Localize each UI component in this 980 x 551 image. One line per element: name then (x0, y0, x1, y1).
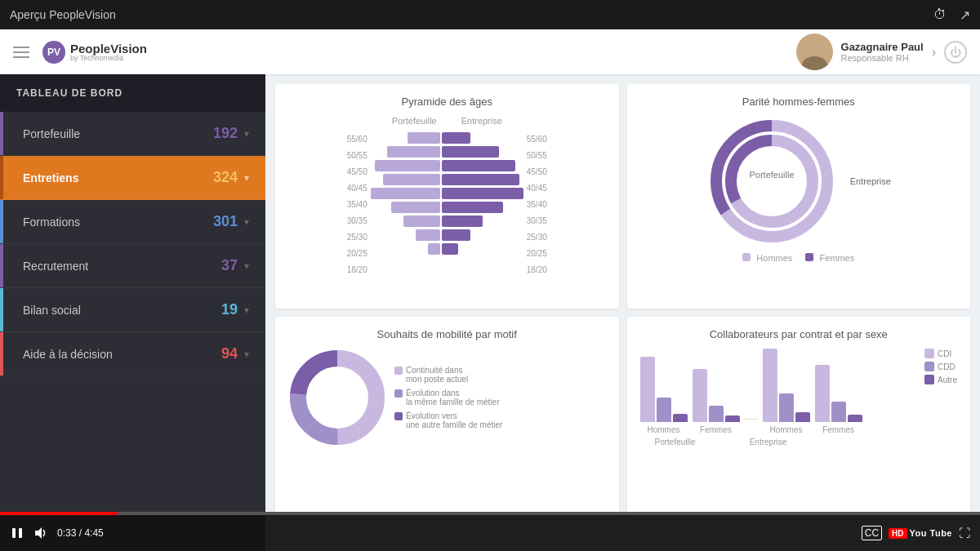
parite-chart: Portefeuille Entreprise Hommes Femmes (640, 116, 958, 263)
sidebar-item-recrutement[interactable]: Recrutement 37 ▾ (0, 244, 265, 288)
cdd-dot (924, 362, 934, 371)
autre-dot (924, 375, 934, 384)
sidebar-item-label-portefeuille: Portefeuille (23, 127, 80, 140)
main-content: TABLEAU DE BORD Portefeuille 192 ▾ Entre… (0, 74, 980, 551)
collab-section-pf: Portefeuille (640, 438, 710, 447)
sidebar-count-aide-decision: 94 (221, 345, 238, 362)
logo-subtext: by Technomedia (70, 55, 147, 62)
sidebar-item-aide-decision[interactable]: Aide à la décision 94 ▾ (0, 332, 265, 376)
sidebar-item-right-formations: 301 ▾ (213, 213, 249, 230)
sidebar-item-right-recrutement: 37 ▾ (221, 257, 249, 274)
sidebar-item-label-recrutement: Recrutement (23, 260, 88, 273)
svg-rect-11 (12, 528, 16, 538)
sidebar-item-bilan-social[interactable]: Bilan social 19 ▾ (0, 288, 265, 332)
collab-section-ent: Entreprise (733, 438, 804, 447)
parite-legend: Hommes Femmes (742, 253, 854, 263)
svg-marker-13 (35, 527, 42, 539)
pyramid-legend-entreprise: Entreprise (461, 116, 502, 126)
collab-group-hommes-ent: Hommes (763, 349, 810, 434)
collab-bars-hommes-pf (640, 357, 688, 422)
fullscreen-icon[interactable]: ⛶ (959, 527, 970, 540)
collab-divider (745, 419, 758, 420)
sidebar-item-entretiens[interactable]: Entretiens 324 ▾ (0, 156, 265, 200)
user-name: Gazagnaire Paul (841, 41, 924, 53)
youtube-text: You Tube (910, 528, 952, 538)
cbar-cdi-femmes-ent (815, 365, 830, 422)
video-container: PV PeopleVision by Technomedia Gazagnair… (0, 29, 980, 551)
charts-area: Pyramide des âges Portefeuille Entrepris… (265, 74, 980, 551)
cbar-cdd-hommes-ent (779, 393, 794, 422)
sidebar-item-right-bilan-social: 19 ▾ (221, 301, 249, 318)
sidebar-count-bilan-social: 19 (221, 301, 238, 318)
collab-group-hommes-pf: Hommes (640, 357, 688, 434)
video-controls: 0:33 / 4:45 CC HD You Tube ⛶ (0, 515, 980, 551)
hd-badge: HD (889, 528, 906, 539)
user-info: Gazagnaire Paul Responsable RH (841, 41, 924, 63)
pyramid-legend-portefeuille: Portefeuille (392, 116, 437, 126)
sidebar-item-label-aide-decision: Aide à la décision (23, 348, 113, 361)
chevron-right-icon[interactable]: › (932, 45, 936, 60)
collab-label-hommes-ent: Hommes (769, 425, 802, 434)
collab-group-femmes-pf: Femmes (693, 369, 740, 434)
pyramid-right (442, 132, 523, 255)
hamburger-menu[interactable] (13, 47, 29, 58)
header-right: Gazagnaire Paul Responsable RH › ⏻ (796, 33, 967, 70)
clock-icon[interactable]: ⏱ (933, 7, 947, 23)
svg-point-1 (801, 56, 827, 70)
collab-label-femmes-pf: Femmes (700, 425, 732, 434)
top-bar: Aperçu PeopleVision ⏱ ↗ (0, 0, 980, 29)
sidebar-count-portefeuille: 192 (213, 125, 238, 142)
share-icon[interactable]: ↗ (960, 7, 970, 23)
pyramid-bars (371, 132, 523, 255)
mobilite-donut-svg (288, 349, 386, 447)
arrow-icon-aide-decision: ▾ (244, 349, 249, 360)
svg-rect-12 (19, 528, 22, 538)
sidebar-item-portefeuille[interactable]: Portefeuille 192 ▾ (0, 112, 265, 156)
sidebar-item-label-bilan-social: Bilan social (23, 304, 81, 317)
cbar-autre-femmes-pf (725, 415, 740, 422)
parite-title: Parité hommes-femmes (640, 96, 958, 108)
pyramid-left (371, 132, 440, 255)
pyramid-age-labels-right: 55/60 50/55 45/50 40/45 35/40 30/35 25/3… (527, 132, 547, 277)
collab-card: Collaborateurs par contrat et par sexe (627, 317, 971, 541)
arrow-icon-bilan-social: ▾ (244, 304, 249, 316)
collab-label-hommes-pf: Hommes (647, 425, 679, 434)
power-button[interactable]: ⏻ (944, 41, 967, 64)
collab-bars-hommes-ent (763, 349, 810, 422)
mobilite-donut-wrapper (288, 349, 386, 447)
sidebar-count-recrutement: 37 (221, 257, 238, 274)
mobilite-dot-3 (394, 412, 403, 420)
cbar-cdd-femmes-pf (709, 406, 724, 422)
progress-bar[interactable] (0, 512, 980, 515)
sidebar-count-entretiens: 324 (213, 169, 238, 186)
arrow-icon-portefeuille: ▾ (244, 128, 249, 140)
collab-bars-femmes-ent (815, 365, 862, 422)
volume-button[interactable] (33, 526, 49, 540)
top-bar-icons: ⏱ ↗ (933, 7, 970, 23)
sidebar-item-formations[interactable]: Formations 301 ▾ (0, 200, 265, 244)
parite-entreprise-label: Entreprise (850, 176, 891, 186)
cbar-cdi-hommes-ent (763, 349, 777, 422)
cc-icon[interactable]: CC (862, 526, 882, 540)
parite-donut-svg: Portefeuille (706, 116, 837, 247)
app-header: PV PeopleVision by Technomedia Gazagnair… (0, 29, 980, 74)
mobilite-dot-2 (394, 389, 403, 398)
hommes-dot (742, 253, 751, 261)
sidebar-count-formations: 301 (213, 213, 238, 230)
pyramid-legend: Portefeuille Entreprise (392, 116, 502, 126)
collab-label-femmes-ent: Femmes (822, 425, 854, 434)
cbar-cdi-femmes-pf (693, 369, 707, 422)
collab-title: Collaborateurs par contrat et par sexe (640, 328, 958, 340)
cdi-dot (924, 349, 934, 358)
sidebar-item-right-aide-decision: 94 ▾ (221, 345, 249, 362)
play-pause-button[interactable] (10, 526, 24, 540)
femmes-dot (805, 253, 813, 261)
pyramid-chart: Portefeuille Entreprise 55/60 50/55 45/5… (288, 116, 606, 277)
time-display: 0:33 / 4:45 (57, 527, 104, 539)
parite-hommes-legend: Hommes (742, 253, 792, 263)
cbar-autre-femmes-ent (848, 415, 862, 422)
controls-right: CC HD You Tube ⛶ (862, 526, 970, 540)
youtube-logo: HD You Tube (889, 528, 952, 539)
pyramide-title: Pyramide des âges (288, 96, 606, 108)
pyramid-age-labels: 55/60 50/55 45/50 40/45 35/40 30/35 25/3… (347, 132, 368, 277)
